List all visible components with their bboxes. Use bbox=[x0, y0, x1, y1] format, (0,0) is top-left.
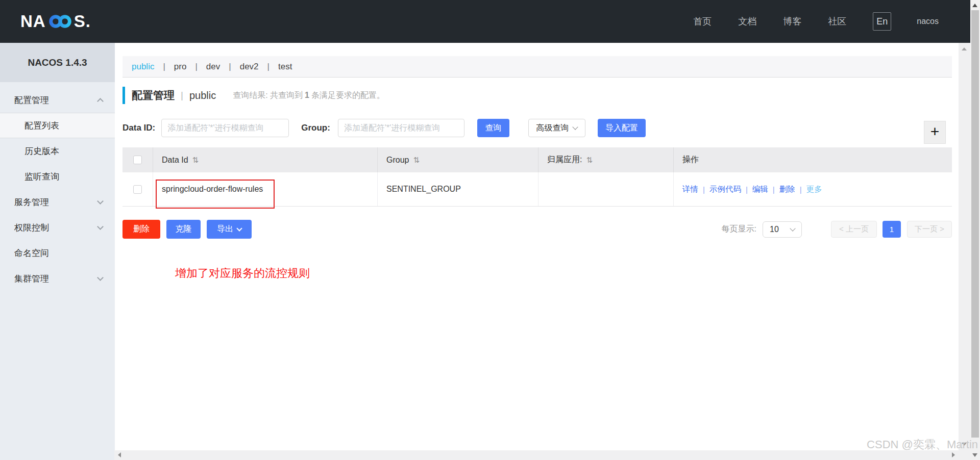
current-namespace: public bbox=[189, 90, 216, 101]
row-checkbox-cell bbox=[122, 172, 153, 206]
language-toggle[interactable]: En bbox=[873, 12, 891, 31]
sidebar-item-namespace[interactable]: 命名空间 bbox=[0, 240, 115, 266]
sidebar-item-label: 历史版本 bbox=[24, 145, 59, 157]
scroll-left-icon[interactable] bbox=[118, 452, 121, 457]
delete-button[interactable]: 删除 bbox=[122, 220, 160, 239]
sort-icon[interactable]: ⇅ bbox=[192, 156, 199, 165]
query-result-count: 1 bbox=[305, 91, 309, 99]
table-header: Data Id ⇅ Group ⇅ 归属应用: ⇅ 操作 bbox=[122, 147, 952, 172]
page-size-value: 10 bbox=[770, 225, 779, 234]
sidebar-item-label: 配置管理 bbox=[14, 94, 49, 106]
search-toolbar: Data ID: Group: 查询 高级查询 导入配置 bbox=[122, 119, 952, 137]
current-page-button[interactable]: 1 bbox=[883, 221, 901, 238]
op-link-delete[interactable]: 删除 bbox=[779, 184, 795, 195]
sidebar-item-service-management[interactable]: 服务管理 bbox=[0, 189, 115, 215]
sidebar-item-config-list[interactable]: 配置列表 bbox=[0, 113, 115, 138]
nacos-console: NA S. 首页 文档 博客 社区 En nacos bbox=[0, 0, 980, 460]
tab-test[interactable]: test bbox=[278, 62, 292, 72]
tab-separator: | bbox=[195, 62, 197, 72]
column-header-group: Group ⇅ bbox=[378, 147, 538, 172]
sort-icon[interactable]: ⇅ bbox=[413, 156, 420, 165]
data-id-input[interactable] bbox=[161, 119, 289, 137]
sidebar-item-config-management[interactable]: 配置管理 bbox=[0, 87, 115, 113]
sidebar-item-listener-query[interactable]: 监听查询 bbox=[0, 164, 115, 189]
import-config-button[interactable]: 导入配置 bbox=[598, 119, 646, 137]
infinity-logo-icon bbox=[47, 13, 74, 32]
horizontal-scrollbar[interactable] bbox=[114, 450, 959, 460]
chevron-down-icon bbox=[97, 198, 104, 205]
sidebar-item-label: 配置列表 bbox=[24, 120, 59, 132]
sidebar-item-label: 集群管理 bbox=[14, 273, 49, 285]
chevron-down-icon bbox=[97, 274, 104, 281]
nav-link-blog[interactable]: 博客 bbox=[783, 15, 801, 28]
scroll-down-icon[interactable] bbox=[972, 453, 977, 457]
op-separator: | bbox=[703, 185, 705, 194]
op-separator: | bbox=[773, 185, 775, 194]
export-button[interactable]: 导出 bbox=[207, 220, 252, 239]
current-user[interactable]: nacos bbox=[917, 17, 939, 26]
page-size-select[interactable]: 10 bbox=[763, 221, 802, 238]
browser-vertical-scrollbar[interactable] bbox=[970, 0, 980, 460]
add-config-button[interactable]: + bbox=[924, 121, 946, 144]
chevron-down-icon bbox=[97, 223, 104, 230]
nacos-logo[interactable]: NA S. bbox=[20, 11, 91, 32]
config-table: Data Id ⇅ Group ⇅ 归属应用: ⇅ 操作 bbox=[122, 147, 952, 207]
bulk-action-bar: 删除 克隆 导出 每页显示: 10 < 上一页 1 下一页 > bbox=[122, 220, 952, 239]
group-input[interactable] bbox=[338, 119, 464, 137]
namespace-tabs: public | pro | dev | dev2 | test bbox=[122, 56, 952, 78]
nav-link-docs[interactable]: 文档 bbox=[738, 15, 756, 28]
sidebar-item-permission-control[interactable]: 权限控制 bbox=[0, 215, 115, 240]
column-header-operations: 操作 bbox=[674, 147, 952, 172]
sidebar-item-label: 权限控制 bbox=[14, 222, 49, 234]
sidebar-item-cluster-management[interactable]: 集群管理 bbox=[0, 266, 115, 291]
sort-icon[interactable]: ⇅ bbox=[586, 156, 593, 165]
advanced-query-button[interactable]: 高级查询 bbox=[528, 119, 585, 137]
sidebar-item-history[interactable]: 历史版本 bbox=[0, 138, 115, 164]
nav-link-community[interactable]: 社区 bbox=[828, 15, 846, 28]
pagination: 每页显示: 10 < 上一页 1 下一页 > bbox=[722, 221, 952, 238]
chevron-down-icon bbox=[236, 225, 242, 231]
scrollbar-thumb[interactable] bbox=[971, 10, 979, 438]
chevron-down-icon bbox=[573, 124, 578, 130]
op-separator: | bbox=[800, 185, 802, 194]
sidebar-item-label: 服务管理 bbox=[14, 196, 49, 208]
sidebar-item-label: 命名空间 bbox=[14, 247, 49, 259]
query-result-text: 查询结果: 共查询到1条满足要求的配置。 bbox=[233, 90, 385, 101]
nav-link-home[interactable]: 首页 bbox=[693, 15, 712, 28]
op-link-edit[interactable]: 编辑 bbox=[752, 184, 768, 195]
cell-app bbox=[538, 172, 674, 206]
logo-text-left: NA bbox=[20, 12, 46, 31]
tab-dev[interactable]: dev bbox=[206, 62, 220, 72]
select-all-checkbox[interactable] bbox=[133, 156, 142, 164]
op-link-more[interactable]: 更多 bbox=[806, 184, 822, 195]
tab-public[interactable]: public bbox=[132, 62, 154, 72]
clone-button[interactable]: 克隆 bbox=[166, 220, 201, 239]
column-header-app: 归属应用: ⇅ bbox=[538, 147, 674, 172]
tab-separator: | bbox=[267, 62, 270, 72]
query-result-prefix: 查询结果: 共查询到 bbox=[233, 91, 303, 99]
op-link-sample-code[interactable]: 示例代码 bbox=[709, 184, 741, 195]
inner-vertical-scrollbar[interactable] bbox=[959, 43, 970, 450]
scroll-up-icon[interactable] bbox=[962, 47, 967, 50]
row-checkbox[interactable] bbox=[133, 185, 142, 194]
tab-separator: | bbox=[229, 62, 231, 72]
query-button[interactable]: 查询 bbox=[477, 119, 509, 137]
logo-text-right: S. bbox=[74, 12, 91, 31]
tab-pro[interactable]: pro bbox=[174, 62, 187, 72]
scroll-right-icon[interactable] bbox=[952, 452, 955, 457]
column-label: Data Id bbox=[162, 156, 188, 165]
sidebar-menu: 配置管理 配置列表 历史版本 监听查询 服务管理 权限控制 命名空间 bbox=[0, 82, 115, 291]
page-header: 配置管理 | public 查询结果: 共查询到1条满足要求的配置。 bbox=[122, 86, 952, 105]
scroll-up-icon[interactable] bbox=[972, 4, 977, 7]
group-label: Group: bbox=[301, 123, 330, 133]
main-content: public | pro | dev | dev2 | test 配置管理 | … bbox=[115, 43, 959, 450]
next-page-button[interactable]: 下一页 > bbox=[907, 221, 952, 238]
highlight-box bbox=[156, 180, 275, 209]
prev-page-button[interactable]: < 上一页 bbox=[831, 221, 877, 238]
tab-dev2[interactable]: dev2 bbox=[240, 62, 259, 72]
page-size-label: 每页显示: bbox=[722, 224, 756, 235]
sidebar-version: NACOS 1.4.3 bbox=[0, 43, 115, 82]
tab-separator: | bbox=[163, 62, 165, 72]
column-label: Group bbox=[386, 156, 409, 165]
op-link-details[interactable]: 详情 bbox=[682, 184, 698, 195]
